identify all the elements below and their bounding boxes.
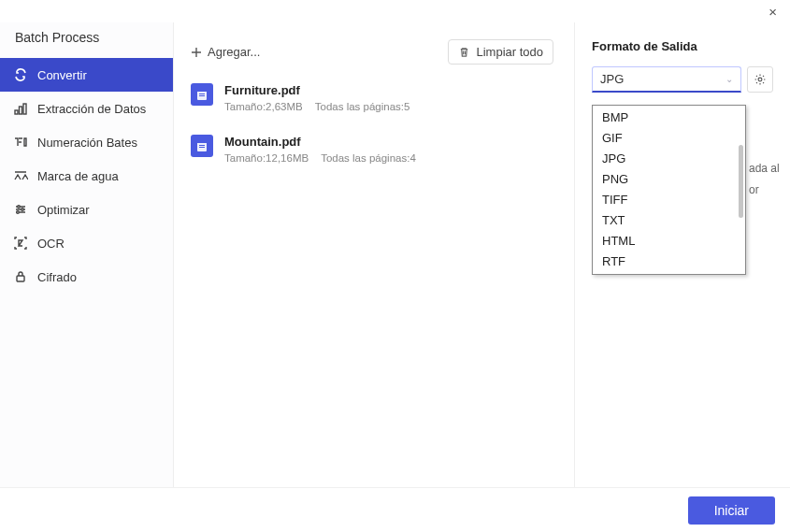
watermark-icon <box>13 168 28 183</box>
convert-icon <box>13 67 28 82</box>
format-settings-button[interactable] <box>747 66 773 93</box>
format-option-bmp[interactable]: BMP <box>593 108 745 128</box>
sidebar-item-label: Extracción de Datos <box>37 102 146 116</box>
dropdown-scrollbar[interactable] <box>739 145 743 218</box>
obscured-text: ada al or <box>749 158 790 201</box>
sidebar-item-convertir[interactable]: Convertir <box>0 58 173 92</box>
file-size: Tamaño:12,16MB <box>224 152 309 164</box>
add-button[interactable]: Agregar... <box>189 41 262 63</box>
svg-point-15 <box>758 78 762 81</box>
data-extract-icon <box>13 101 28 116</box>
output-title: Formato de Salida <box>592 39 773 53</box>
clear-all-button[interactable]: Limpiar todo <box>448 39 553 65</box>
sidebar-item-label: Marca de agua <box>37 169 119 183</box>
bates-icon <box>13 135 28 150</box>
pdf-file-icon <box>191 83 213 106</box>
file-list-panel: Agregar... Limpiar todo Furniture.pdf Ta… <box>174 22 575 487</box>
file-row[interactable]: Furniture.pdf Tamaño:2,63MB Todas las pá… <box>189 76 553 127</box>
svg-rect-6 <box>17 276 24 281</box>
format-option-jpg[interactable]: JPG <box>593 149 745 169</box>
sidebar-item-bates[interactable]: Numeración Bates <box>0 125 173 159</box>
sidebar-item-cifrado[interactable]: Cifrado <box>0 260 173 294</box>
sidebar-item-optimizar[interactable]: Optimizar <box>0 193 173 226</box>
svg-rect-2 <box>23 104 26 114</box>
gear-icon <box>754 73 767 86</box>
file-name: Mountain.pdf <box>224 135 425 149</box>
format-option-txt[interactable]: TXT <box>593 210 745 231</box>
svg-point-4 <box>22 208 24 211</box>
svg-rect-1 <box>20 107 22 114</box>
sidebar-item-label: Cifrado <box>37 270 77 284</box>
sidebar-item-label: Numeración Bates <box>37 136 137 150</box>
svg-rect-12 <box>197 140 207 143</box>
format-option-tiff[interactable]: TIFF <box>593 190 745 210</box>
trash-icon <box>458 46 470 58</box>
optimize-icon <box>13 202 28 217</box>
add-label: Agregar... <box>208 45 260 59</box>
format-selected-value: JPG <box>600 72 624 86</box>
output-panel: Formato de Salida JPG ⌄ BMP GIF JPG PNG … <box>575 22 790 487</box>
svg-rect-8 <box>197 89 207 92</box>
sidebar-item-watermark[interactable]: Marca de agua <box>0 159 173 193</box>
svg-point-3 <box>18 206 21 208</box>
format-option-rtf[interactable]: RTF <box>593 252 745 272</box>
format-option-png[interactable]: PNG <box>593 169 745 190</box>
chevron-down-icon: ⌄ <box>725 74 733 84</box>
file-row[interactable]: Mountain.pdf Tamaño:12,16MB Todas las pá… <box>189 127 553 179</box>
sidebar: Batch Process Convertir Extracción de Da… <box>0 22 174 487</box>
sidebar-item-label: Convertir <box>37 68 87 82</box>
footer: Iniciar <box>0 487 790 532</box>
sidebar-item-label: OCR <box>37 237 65 251</box>
svg-point-5 <box>17 211 20 214</box>
svg-rect-0 <box>15 110 18 114</box>
svg-rect-9 <box>199 93 205 94</box>
plus-icon <box>191 47 202 58</box>
file-pages: Todas las páginas:4 <box>321 152 416 164</box>
format-option-gif[interactable]: GIF <box>593 128 745 149</box>
file-pages: Todas las páginas:5 <box>315 101 410 112</box>
clear-label: Limpiar todo <box>476 45 543 59</box>
format-option-html[interactable]: HTML <box>593 231 745 252</box>
sidebar-item-label: Optimizar <box>37 203 90 217</box>
file-name: Furniture.pdf <box>224 83 419 97</box>
close-icon[interactable]: × <box>763 4 783 20</box>
ocr-icon <box>13 236 28 251</box>
sidebar-item-extraccion[interactable]: Extracción de Datos <box>0 92 173 125</box>
format-dropdown: BMP GIF JPG PNG TIFF TXT HTML RTF <box>592 105 746 275</box>
format-select[interactable]: JPG ⌄ <box>592 66 741 93</box>
svg-rect-13 <box>199 145 205 146</box>
sidebar-item-ocr[interactable]: OCR <box>0 226 173 260</box>
window-title: Batch Process <box>0 22 173 58</box>
file-size: Tamaño:2,63MB <box>224 101 303 112</box>
lock-icon <box>13 269 28 284</box>
svg-rect-10 <box>199 95 205 96</box>
svg-rect-14 <box>199 147 205 148</box>
start-button[interactable]: Iniciar <box>688 496 775 525</box>
pdf-file-icon <box>191 135 213 157</box>
